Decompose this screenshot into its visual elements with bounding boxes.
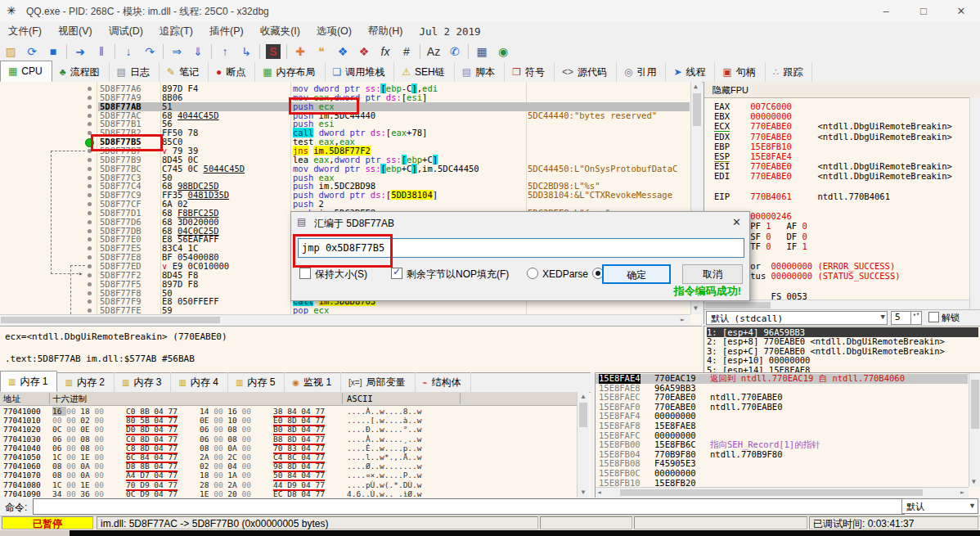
calculator-icon[interactable]: ▦ bbox=[471, 43, 492, 61]
comment-icon[interactable]: ❝ bbox=[311, 43, 332, 61]
row-dot[interactable] bbox=[88, 176, 92, 180]
command-input[interactable] bbox=[33, 498, 905, 515]
row-dot[interactable] bbox=[88, 193, 92, 197]
tab-日志[interactable]: ▤日志 bbox=[110, 62, 160, 82]
fx-icon[interactable]: fx bbox=[375, 43, 396, 61]
dump-tab-局部变量[interactable]: [x=]局部变量 bbox=[341, 372, 415, 392]
dump-tab-内存 5[interactable]: ▥内存 5 bbox=[228, 372, 285, 392]
stack-row[interactable]: 15E8FB0C00000000 bbox=[596, 469, 968, 479]
stack-panel[interactable]: 15E8FAE4770EAC19返回到 ntdll.770EAC19 自 ntd… bbox=[595, 372, 980, 498]
tab-引用[interactable]: ◎引用 bbox=[617, 62, 666, 82]
run-to-user-code-icon[interactable]: ↑ bbox=[214, 43, 236, 61]
memory-dump-panel[interactable]: ▥内存 1▥内存 2▥内存 3▥内存 4▥内存 5◉监视 1[x=]局部变量⌁结… bbox=[0, 372, 591, 498]
command-profile-combo[interactable]: 默认 ▼ bbox=[901, 498, 978, 514]
row-dot[interactable] bbox=[88, 184, 92, 188]
menu-item-T[interactable]: 追踪(T) bbox=[151, 22, 201, 41]
tab-符号[interactable]: ❒符号 bbox=[505, 62, 555, 82]
stack-vscrollbar[interactable]: ▼ bbox=[969, 373, 980, 487]
restart-icon[interactable]: ⟳ bbox=[21, 43, 43, 61]
stack-row[interactable]: 15E8FAE896A59BB3 bbox=[596, 384, 968, 394]
stack-row[interactable]: 15E8FB04770B9F80ntdll.770B9F80 bbox=[596, 450, 968, 460]
tab-跟踪[interactable]: ∴跟踪 bbox=[766, 62, 813, 82]
menu-item-I[interactable]: 收藏夹(I) bbox=[252, 22, 308, 41]
scroll-down-icon[interactable]: ▼ bbox=[972, 478, 976, 485]
scroll-right-icon[interactable]: ► bbox=[681, 316, 685, 323]
row-dot[interactable] bbox=[88, 167, 92, 171]
step-out-icon[interactable]: ⇓ bbox=[187, 43, 209, 61]
row-dot[interactable] bbox=[88, 96, 92, 100]
tab-内存布局[interactable]: ▦内存布局 bbox=[255, 62, 325, 82]
stack-row[interactable]: 15E8FB08F45905E3 bbox=[596, 459, 968, 469]
run-icon[interactable]: ➜ bbox=[70, 43, 91, 61]
dump-tab-结构体[interactable]: ⌁结构体 bbox=[416, 372, 471, 392]
device-icon[interactable]: ✆ bbox=[444, 43, 465, 61]
ok-button[interactable]: 确定 bbox=[602, 264, 671, 284]
disasm-row[interactable]: 5D8F77BCC745 0C 5044C45Dmov dword ptr ss… bbox=[0, 164, 690, 173]
tab-SEH链[interactable]: ⚠SEH链 bbox=[394, 62, 454, 82]
convention-combo[interactable]: 默认 (stdcall) ▼ bbox=[706, 311, 888, 325]
disasm-hscrollbar[interactable]: ► bbox=[0, 314, 690, 324]
row-dot[interactable] bbox=[88, 158, 92, 162]
font-icon[interactable]: Az bbox=[423, 43, 444, 61]
row-dot[interactable] bbox=[88, 237, 92, 241]
row-dot[interactable] bbox=[88, 264, 92, 268]
tab-流程图[interactable]: ♣流程图 bbox=[52, 62, 110, 82]
argument-row[interactable]: 1: [esp+4] 96A59BB3 bbox=[707, 327, 978, 337]
dump-vscrollbar[interactable]: ▲ ▼ bbox=[577, 392, 589, 498]
tab-源代码[interactable]: <>源代码 bbox=[555, 62, 617, 82]
step-user-icon[interactable]: ↳ bbox=[236, 43, 257, 61]
menu-item-V[interactable]: 视图(V) bbox=[50, 22, 101, 41]
maximize-button[interactable]: □ bbox=[905, 0, 942, 22]
tab-线程[interactable]: ➤线程 bbox=[666, 62, 715, 82]
radio-icon[interactable] bbox=[527, 268, 538, 279]
menu-date-label[interactable]: Jul 2 2019 bbox=[411, 23, 488, 40]
row-dot[interactable] bbox=[88, 105, 92, 109]
tab-调用堆栈[interactable]: ❏调用堆栈 bbox=[326, 62, 395, 82]
row-dot[interactable] bbox=[88, 246, 92, 250]
register-line[interactable]: EDX 770EABE0 <ntdll.DbgUiRemoteBreakin> bbox=[714, 132, 952, 142]
row-dot[interactable] bbox=[88, 255, 92, 259]
register-line[interactable]: EBX 00000000 bbox=[714, 111, 792, 121]
stack-hscrollbar[interactable]: ◄ ► bbox=[596, 487, 969, 498]
row-dot[interactable] bbox=[88, 202, 92, 206]
dump-tab-内存 4[interactable]: ▥内存 4 bbox=[171, 372, 227, 392]
scroll-down-icon[interactable]: ▼ bbox=[694, 304, 698, 312]
scroll-down-icon[interactable]: ▼ bbox=[580, 489, 587, 496]
scroll-right-icon[interactable]: ► bbox=[960, 489, 964, 496]
minimize-button[interactable]: – bbox=[867, 0, 905, 22]
row-dot[interactable] bbox=[88, 122, 92, 126]
dump-tab-监视 1[interactable]: ◉监视 1 bbox=[285, 372, 341, 392]
pause-icon[interactable]: ‖ bbox=[91, 43, 112, 61]
stack-row[interactable]: 15E8FAF400000000 bbox=[596, 412, 968, 421]
hash-icon[interactable]: # bbox=[396, 43, 417, 61]
favourites-red-icon[interactable]: ❖ bbox=[353, 43, 375, 61]
registers-vscrollbar[interactable] bbox=[969, 97, 980, 309]
stack-row[interactable]: 15E8FAE4770EAC19返回到 ntdll.770EAC19 自 ntd… bbox=[596, 374, 968, 384]
globe-icon[interactable]: ◉ bbox=[492, 43, 514, 61]
checkbox-checked-icon[interactable] bbox=[391, 268, 402, 279]
row-dot[interactable] bbox=[88, 309, 92, 313]
step-into-icon[interactable]: ↓ bbox=[118, 43, 139, 61]
keep-size-checkbox[interactable]: 保持大小(S) bbox=[299, 268, 367, 282]
register-line[interactable]: EDI 770EABE0 <ntdll.DbgUiRemoteBreakin> bbox=[714, 171, 952, 181]
tab-脚本[interactable]: ▤脚本 bbox=[455, 62, 505, 82]
arguments-panel[interactable]: 1: [esp+4] 96A59BB32: [esp+8] 770EABE0 <… bbox=[704, 326, 980, 373]
scroll-up-icon[interactable]: ▲ bbox=[580, 393, 587, 400]
stack-row[interactable]: 15E8FAFC00000000 bbox=[596, 431, 968, 441]
row-dot[interactable] bbox=[88, 229, 92, 233]
menu-item-D[interactable]: 调试(D) bbox=[101, 22, 151, 41]
checkbox-icon[interactable] bbox=[299, 268, 311, 279]
row-dot[interactable] bbox=[88, 291, 92, 295]
hide-fpu-bar[interactable]: 隐藏FPU bbox=[704, 82, 980, 98]
scroll-up-icon[interactable]: ▲ bbox=[694, 83, 698, 90]
argument-row[interactable]: 2: [esp+8] 770EABE0 <ntdll.DbgUiRemoteBr… bbox=[707, 336, 978, 346]
tab-句柄[interactable]: ▣句柄 bbox=[715, 62, 765, 82]
dump-tab-内存 2[interactable]: ▥内存 2 bbox=[57, 372, 114, 392]
patch-icon[interactable]: ✚ bbox=[290, 43, 311, 61]
menu-item-F[interactable]: 文件(F) bbox=[0, 22, 50, 41]
dialog-title-bar[interactable]: ▤ 汇编于 5D8F77AB ✕ bbox=[291, 212, 749, 233]
step-over-icon[interactable]: ↷ bbox=[139, 43, 160, 61]
row-dot[interactable] bbox=[88, 300, 92, 304]
tab-笔记[interactable]: ✎笔记 bbox=[160, 62, 209, 82]
xedparse-radio[interactable]: XEDParse bbox=[527, 268, 588, 280]
